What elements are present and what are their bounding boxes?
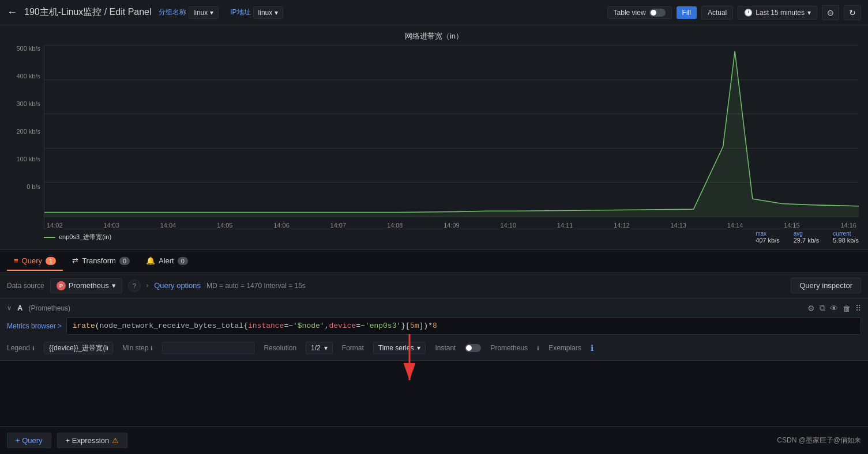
- chart-title: 网络进带宽（in）: [9, 31, 859, 41]
- tab-alert-label: Alert: [159, 256, 174, 265]
- tab-transform[interactable]: ⇄ Transform 0: [65, 252, 137, 271]
- table-view-switch[interactable]: [649, 9, 666, 17]
- datasource-select[interactable]: P Prometheus ▾: [50, 278, 122, 293]
- query-header: ∨ A (Prometheus) ⚙ ⧉ 👁 🗑 ⠿: [7, 303, 861, 313]
- exemplars-info-icon: ℹ: [591, 343, 593, 353]
- query-actions: ⚙ ⧉ 👁 🗑 ⠿: [807, 303, 861, 313]
- clock-icon: 🕐: [744, 9, 753, 17]
- back-icon: ←: [7, 6, 17, 18]
- datasource-label: Data source: [7, 282, 44, 290]
- query-icon: ≡: [14, 256, 18, 265]
- prometheus-source-label: Prometheus: [490, 344, 528, 352]
- tab-alert-badge: 0: [178, 257, 188, 265]
- alert-icon: 🔔: [146, 256, 155, 265]
- filter-group-1: 分组名称 linux ▾: [159, 6, 219, 19]
- resolution-select[interactable]: 1/2 ▾: [306, 342, 333, 354]
- prometheus-icon: P: [57, 281, 66, 290]
- min-step-label: Min step ℹ: [122, 344, 153, 352]
- filter1-label: 分组名称: [159, 7, 186, 17]
- min-step-input[interactable]: [162, 342, 254, 354]
- query-options-row: Legend ℹ Min step ℹ Resolution 1/2 ▾ For…: [7, 338, 861, 355]
- legend-label: enp0s3_进带宽(in): [59, 233, 111, 241]
- filter2-select[interactable]: linux ▾: [253, 6, 284, 19]
- fill-button[interactable]: Fill: [677, 6, 697, 19]
- add-expression-label: + Expression: [66, 436, 110, 445]
- tab-query-label: Query: [22, 256, 42, 265]
- chevron-down-icon-2: ▾: [275, 9, 278, 17]
- format-select[interactable]: Time series ▾: [373, 342, 426, 354]
- query-input[interactable]: irate(node_network_receive_bytes_total{i…: [66, 317, 861, 335]
- query-source: (Prometheus): [28, 304, 70, 312]
- query-code: irate(node_network_receive_bytes_total{i…: [73, 321, 437, 330]
- chart-svg: [44, 45, 859, 217]
- chevron-down-fmt: ▾: [417, 344, 420, 352]
- instant-toggle[interactable]: [465, 344, 481, 352]
- metrics-browser-label: Metrics browser: [7, 322, 56, 330]
- filter2-label: IP地址: [230, 7, 250, 17]
- metrics-browser-button[interactable]: Metrics browser >: [7, 322, 62, 330]
- chevron-down-icon: ▾: [210, 9, 213, 17]
- back-button[interactable]: ←: [7, 6, 17, 18]
- refresh-button[interactable]: ↻: [844, 5, 861, 20]
- svg-marker-0: [44, 51, 859, 217]
- query-drag-button[interactable]: ⠿: [855, 303, 861, 313]
- add-expression-button[interactable]: + Expression ⚠: [57, 433, 128, 448]
- stat-max: max 407 kb/s: [756, 230, 780, 244]
- tab-query[interactable]: ≡ Query 1: [7, 252, 63, 271]
- filter-group-2: IP地址 linux ▾: [230, 6, 283, 19]
- time-range-button[interactable]: 🕐 Last 15 minutes ▾: [738, 6, 817, 20]
- query-options-button[interactable]: Query options: [154, 281, 201, 290]
- toggle-knob: [651, 10, 656, 16]
- query-delete-button[interactable]: 🗑: [843, 303, 851, 313]
- legend-field-label: Legend ℹ: [7, 344, 35, 352]
- add-query-button[interactable]: + Query: [7, 433, 51, 448]
- datasource-info-button[interactable]: ?: [128, 279, 141, 292]
- transform-icon: ⇄: [72, 256, 78, 265]
- tab-alert[interactable]: 🔔 Alert 0: [139, 252, 195, 271]
- stat-avg: avg 29.7 kb/s: [794, 230, 820, 244]
- chevron-down-icon-ds: ▾: [112, 281, 116, 290]
- table-view-toggle[interactable]: Table view: [607, 6, 672, 19]
- stat-current: current 5.98 kb/s: [833, 230, 859, 244]
- metrics-browser-row: Metrics browser > irate(node_network_rec…: [7, 317, 861, 335]
- collapse-icon: ∨: [7, 304, 12, 311]
- query-letter: A: [17, 304, 22, 312]
- table-view-label: Table view: [614, 9, 646, 17]
- instant-label: Instant: [435, 344, 456, 352]
- tab-transform-badge: 0: [119, 257, 130, 265]
- top-bar: ← 190主机-Linux监控 / Edit Panel 分组名称 linux …: [0, 0, 868, 25]
- time-range-label: Last 15 minutes: [756, 9, 805, 17]
- filter1-value: linux: [194, 9, 208, 17]
- chevron-down-icon-3: ▾: [807, 9, 811, 17]
- datasource-name: Prometheus: [69, 281, 109, 290]
- filter2-value: linux: [258, 9, 273, 17]
- metrics-browser-icon: >: [58, 322, 62, 330]
- collapse-button[interactable]: ∨: [7, 304, 12, 312]
- chart-container: 网络进带宽（in） 500 kb/s 400 kb/s 300 kb/s 200…: [0, 25, 868, 250]
- legend-info-icon: ℹ: [32, 345, 35, 351]
- warning-icon: ⚠: [112, 436, 119, 445]
- resolution-label: Resolution: [264, 344, 296, 352]
- query-editor-row: ∨ A (Prometheus) ⚙ ⧉ 👁 🗑 ⠿ Metrics brows…: [0, 298, 868, 361]
- bottom-bar: + Query + Expression ⚠ CSDN @墨家巨子@俏如来: [0, 426, 868, 454]
- instant-knob: [466, 345, 472, 351]
- legend-input[interactable]: [44, 342, 113, 354]
- query-inspector-button[interactable]: Query inspector: [791, 278, 861, 293]
- query-bar: Data source P Prometheus ▾ ? › Query opt…: [0, 273, 868, 298]
- zoom-out-button[interactable]: ⊖: [822, 5, 839, 20]
- chart-plot: 14:02 14:03 14:04 14:05 14:06 14:07 14:0…: [44, 45, 859, 229]
- tab-transform-label: Transform: [82, 256, 116, 265]
- filter1-select[interactable]: linux ▾: [189, 6, 219, 19]
- watermark: CSDN @墨家巨子@俏如来: [777, 436, 861, 445]
- query-settings-button[interactable]: ⚙: [807, 303, 815, 313]
- y-axis: 500 kb/s 400 kb/s 300 kb/s 200 kb/s 100 …: [9, 45, 44, 229]
- legend-stats: max 407 kb/s avg 29.7 kb/s current 5.98 …: [756, 230, 859, 244]
- actual-button[interactable]: Actual: [701, 6, 733, 20]
- query-tabs: ≡ Query 1 ⇄ Transform 0 🔔 Alert 0: [0, 250, 868, 273]
- chevron-down-res: ▾: [324, 344, 328, 352]
- legend-row: enp0s3_进带宽(in) max 407 kb/s avg 29.7 kb/…: [9, 229, 859, 244]
- query-options-chevron: ›: [146, 282, 148, 289]
- query-copy-button[interactable]: ⧉: [820, 303, 825, 313]
- query-visibility-button[interactable]: 👁: [830, 303, 838, 313]
- tab-query-badge: 1: [46, 257, 56, 265]
